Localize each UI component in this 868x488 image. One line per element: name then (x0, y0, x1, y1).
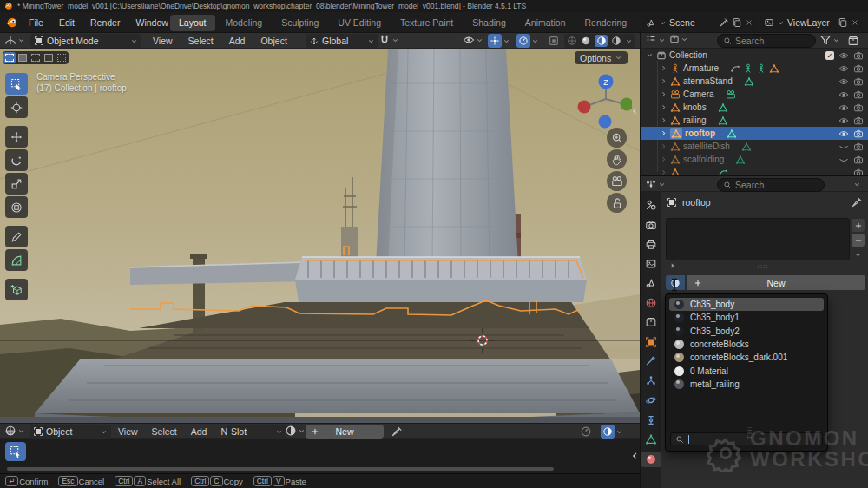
tab-modeling[interactable]: Modeling (217, 15, 272, 31)
material-option[interactable]: 0 Material (669, 364, 824, 377)
unhide-eye-closed-icon[interactable] (838, 142, 849, 152)
render-camera-icon[interactable] (853, 155, 864, 165)
tab-particles[interactable] (641, 373, 662, 389)
tool-move[interactable] (5, 126, 28, 148)
pin-icon[interactable] (719, 17, 729, 28)
close-icon[interactable] (851, 18, 859, 27)
tab-render[interactable] (641, 217, 662, 233)
render-camera-icon[interactable] (853, 76, 864, 87)
snap-control[interactable] (378, 34, 399, 46)
render-camera-icon[interactable] (853, 115, 864, 126)
material-option[interactable]: metal_railing (669, 378, 824, 391)
object-label[interactable]: Camera (683, 89, 714, 99)
disclosure-open-icon[interactable] (646, 51, 654, 59)
hide-eye-icon[interactable] (838, 129, 849, 139)
tab-rendering[interactable]: Rendering (576, 15, 635, 31)
shader-editor-canvas[interactable] (0, 439, 640, 473)
wireframe-shading-icon[interactable] (567, 36, 577, 46)
tool-add-cube[interactable] (5, 279, 28, 300)
hide-eye-icon[interactable] (838, 102, 849, 113)
menu-select[interactable]: Select (181, 33, 220, 49)
tool-select-box[interactable] (5, 73, 28, 95)
outliner-row-satellitedish[interactable]: satelliteDish (641, 140, 868, 153)
tab-shading[interactable]: Shading (464, 15, 515, 31)
object-label[interactable]: scalfolding (683, 155, 724, 164)
display-mode-dropdown[interactable] (669, 34, 688, 44)
menu-object[interactable]: Object (253, 33, 293, 49)
blender-menu-icon[interactable] (6, 16, 18, 29)
collection-checkbox[interactable]: ✓ (825, 51, 834, 60)
material-slot-list[interactable] (666, 218, 850, 260)
navigation-gizmo[interactable]: Z (569, 71, 632, 129)
hide-eye-icon[interactable] (838, 89, 849, 100)
tab-collection[interactable] (641, 314, 662, 330)
tab-modifiers[interactable] (641, 353, 662, 369)
remove-slot-button[interactable] (852, 234, 865, 247)
object-label[interactable]: Armature (683, 63, 719, 73)
sidebar-expand-arrow[interactable] (630, 449, 640, 463)
render-camera-icon[interactable] (853, 63, 864, 74)
new-material-button[interactable]: New (687, 275, 865, 290)
tab-layout[interactable]: Layout (170, 15, 215, 31)
tool-annotate[interactable] (5, 226, 28, 247)
render-camera-icon[interactable] (853, 50, 864, 61)
lock-view-button[interactable] (607, 193, 627, 213)
options-dropdown[interactable]: Options (575, 51, 628, 64)
menu-view[interactable]: View (146, 33, 180, 49)
copy-icon[interactable] (838, 17, 848, 28)
render-camera-icon[interactable] (853, 102, 864, 113)
tab-output[interactable] (641, 236, 662, 252)
outliner-row-knobs[interactable]: knobs (641, 101, 868, 114)
panel-grip-dots[interactable]: :::: (758, 262, 769, 270)
shader-type-dropdown[interactable]: Object (30, 425, 111, 439)
tab-constraints[interactable] (641, 412, 662, 428)
disclosure-icon[interactable] (660, 116, 667, 124)
disclosure-icon[interactable] (660, 155, 667, 163)
menu-file[interactable]: File (21, 12, 51, 33)
disclosure-icon[interactable] (660, 142, 667, 150)
outliner-row-clipped[interactable] (641, 166, 868, 175)
pan-hand-button[interactable] (607, 149, 627, 169)
tool-rotate[interactable] (5, 149, 28, 171)
slot-specials-button[interactable] (852, 248, 865, 261)
editor-type-button[interactable] (645, 178, 666, 190)
scene-selector[interactable]: Scene (642, 16, 757, 30)
hide-eye-icon[interactable] (838, 76, 849, 87)
xray-toggle-icon[interactable] (548, 35, 560, 47)
object-label[interactable]: knobs (683, 102, 707, 112)
hide-eye-icon[interactable] (838, 63, 849, 74)
filter-dropdown[interactable] (819, 34, 840, 46)
menu-select[interactable]: Select (145, 424, 184, 439)
material-preview-shading-button[interactable] (595, 35, 608, 47)
pin-icon[interactable] (391, 425, 403, 438)
material-option[interactable]: Ch35_body1 (669, 311, 824, 324)
outliner-row-atennastand[interactable]: atennaStand (641, 75, 868, 88)
tab-tool[interactable] (641, 197, 662, 213)
menu-edit[interactable]: Edit (51, 12, 82, 33)
pin-icon[interactable] (851, 196, 863, 208)
hide-eye-icon[interactable] (838, 50, 849, 61)
visibility-dropdown[interactable] (463, 34, 483, 46)
copy-icon[interactable] (732, 17, 742, 28)
solid-shading-icon[interactable] (581, 36, 591, 46)
close-icon[interactable] (745, 18, 753, 27)
sidebar-expand-arrow[interactable] (630, 104, 640, 118)
unhide-eye-closed-icon[interactable] (838, 155, 849, 165)
tool-measure[interactable] (5, 249, 28, 271)
slot-dropdown[interactable]: Slot (227, 425, 286, 439)
menu-window[interactable]: Window (128, 12, 175, 33)
tab-animation[interactable]: Animation (516, 15, 575, 31)
gizmo-toggle[interactable] (488, 34, 510, 48)
properties-search[interactable]: Search (717, 178, 825, 192)
tab-object-data[interactable] (641, 432, 662, 447)
shader-tool-select-box[interactable] (5, 442, 26, 461)
object-label[interactable]: railing (683, 115, 707, 125)
collection-label[interactable]: Collection (669, 50, 707, 60)
material-option[interactable]: Ch35_body (669, 298, 824, 311)
tool-cursor[interactable] (5, 96, 28, 118)
tab-texture-paint[interactable]: Texture Paint (391, 15, 462, 31)
disclosure-icon[interactable] (660, 103, 667, 111)
horizontal-scrollbar[interactable] (7, 467, 554, 471)
select-mode-intersect[interactable] (56, 52, 68, 63)
new-collection-icon[interactable] (847, 35, 859, 47)
